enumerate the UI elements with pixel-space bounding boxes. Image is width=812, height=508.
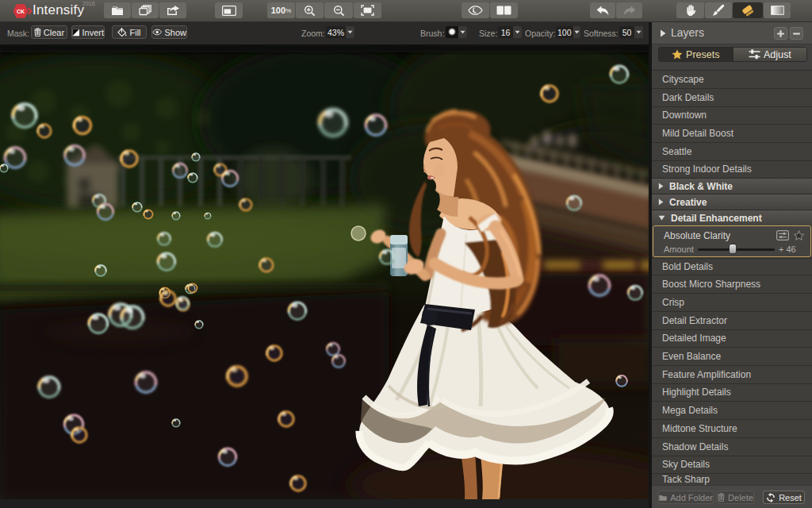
svg-text:CK: CK (17, 9, 25, 14)
